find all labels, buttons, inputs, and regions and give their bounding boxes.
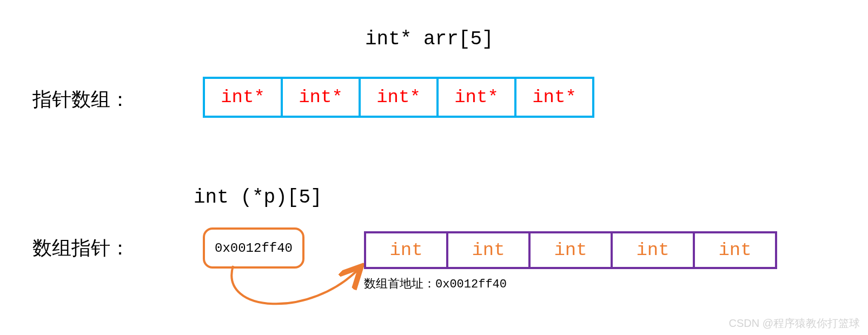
label-pointer-array: 指针数组： [32,86,130,113]
array-cell: int [364,231,448,269]
arrow-icon [203,259,376,319]
label-array-pointer: 数组指针： [32,235,130,262]
array-cell: int* [436,77,516,118]
pointer-array-row: int* int* int* int* int* [203,77,594,118]
array-cell: int* [359,77,439,118]
array-cell: int [611,231,695,269]
array-cell: int* [281,77,361,118]
caption-first-address: 数组首地址：0x0012ff40 [364,276,507,292]
int-array-row: int int int int int [364,231,777,269]
array-cell: int* [514,77,594,118]
declaration-pointer-array: int* arr[5] [365,28,494,50]
declaration-array-pointer: int (*p)[5] [194,186,322,209]
caption-value: 0x0012ff40 [435,278,507,291]
caption-prefix: 数组首地址： [364,277,435,290]
array-cell: int [693,231,777,269]
watermark: CSDN @程序猿教你打篮球 [728,316,860,331]
array-cell: int* [203,77,283,118]
array-cell: int [446,231,531,269]
array-cell: int [528,231,613,269]
